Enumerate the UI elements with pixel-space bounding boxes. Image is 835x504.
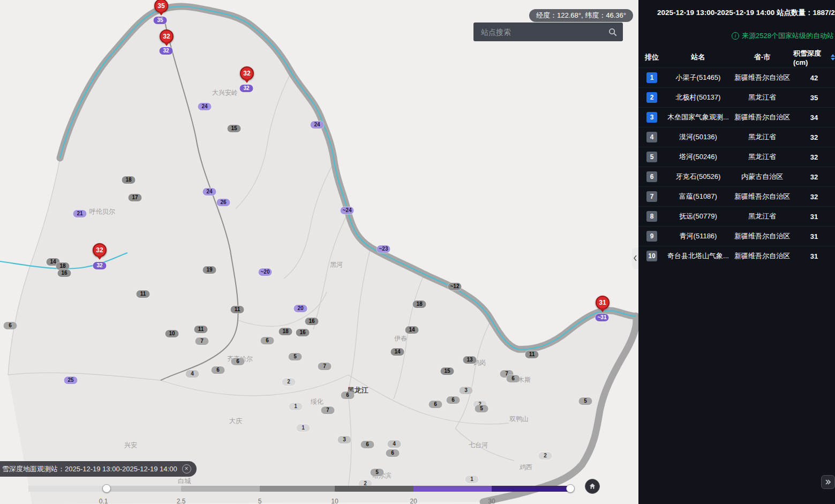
snow-depth-badge[interactable]: 6	[386, 449, 400, 457]
snow-depth-badge[interactable]: 18	[279, 328, 292, 335]
snow-depth-badge[interactable]: 20	[294, 305, 307, 312]
snow-depth-badge[interactable]: 11	[525, 351, 539, 358]
region-label: 鸡西	[520, 463, 532, 472]
column-depth[interactable]: 积雪深度(cm)	[793, 49, 835, 66]
station-search[interactable]	[473, 22, 623, 41]
legend-tick-label: 30	[488, 498, 495, 504]
snow-depth-badge[interactable]: 6	[212, 366, 225, 374]
table-row[interactable]: 5塔河(50246)黑龙江省32	[638, 147, 835, 167]
snow-depth-badge[interactable]: ~20	[259, 268, 272, 276]
province-cell: 黑龙江省	[731, 212, 793, 221]
snow-depth-badge[interactable]: 24	[311, 121, 324, 129]
table-row[interactable]: 2北极村(50137)黑龙江省35	[638, 87, 835, 107]
table-row[interactable]: 9青河(51186)新疆维吾尔自治区31	[638, 226, 835, 246]
station-pin[interactable]: 32	[160, 29, 174, 43]
snow-depth-badge[interactable]: 11	[194, 326, 208, 333]
snow-depth-badge[interactable]: 15	[228, 125, 241, 132]
snow-depth-badge[interactable]: 16	[58, 269, 71, 277]
snow-depth-badge[interactable]: 5	[371, 469, 384, 476]
snow-depth-badge[interactable]: 18	[122, 176, 136, 184]
table-row[interactable]: 10奇台县北塔山气象...新疆维吾尔自治区31	[638, 246, 835, 266]
snow-depth-badge[interactable]: ~12	[448, 283, 462, 290]
depth-cell: 32	[793, 193, 835, 201]
snow-depth-badge[interactable]: 7	[195, 337, 209, 345]
map-canvas[interactable]: 大兴安岭呼伦贝尔黑河黑龙江伊春齐齐哈尔鹤岗佳木斯绥化大庆双鸭山兴安七台河鸡西白城…	[0, 0, 638, 504]
snow-depth-badge[interactable]: 13	[463, 356, 477, 364]
search-input[interactable]	[473, 28, 608, 36]
rank-badge: 9	[646, 231, 657, 242]
snow-depth-badge[interactable]: 4	[388, 440, 401, 448]
snow-depth-badge[interactable]: 32	[93, 262, 107, 269]
snow-depth-badge[interactable]: 21	[73, 210, 87, 217]
station-pin[interactable]: 31	[596, 296, 610, 310]
snow-depth-badge[interactable]: 14	[391, 348, 404, 356]
snow-depth-badge[interactable]: 6	[429, 401, 442, 408]
station-name-cell: 牙克石(50526)	[665, 172, 731, 182]
snow-depth-badge[interactable]: 6	[447, 396, 460, 404]
snow-depth-badge[interactable]: 35	[154, 17, 167, 24]
legend-handle[interactable]	[102, 484, 111, 493]
snow-depth-badge[interactable]: 5	[475, 405, 488, 412]
snow-depth-badge[interactable]: 2	[539, 452, 552, 460]
snow-depth-badge[interactable]: 32	[240, 85, 253, 92]
table-row[interactable]: 3木垒国家气象观测...新疆维吾尔自治区34	[638, 107, 835, 127]
legend-handle[interactable]	[566, 484, 575, 493]
snow-depth-badge[interactable]: 16	[296, 329, 310, 336]
snow-depth-badge[interactable]: 6	[341, 392, 355, 399]
home-button[interactable]	[585, 479, 600, 494]
snow-depth-badge[interactable]: 1	[289, 403, 303, 410]
station-pin[interactable]: 32	[93, 243, 107, 257]
snow-depth-badge[interactable]: 14	[405, 326, 419, 334]
snow-depth-badge[interactable]: 3	[460, 387, 473, 394]
snow-depth-badge[interactable]: 11	[137, 290, 150, 298]
snow-depth-badge[interactable]: 2	[282, 378, 296, 386]
snow-depth-badge[interactable]: ~23	[377, 245, 390, 253]
panel-collapse-handle[interactable]	[632, 247, 638, 269]
snow-depth-badge[interactable]: 6	[261, 337, 274, 344]
snow-depth-badge[interactable]: 3	[338, 436, 351, 443]
rank-cell: 5	[638, 152, 665, 162]
station-pin[interactable]: 32	[240, 66, 254, 80]
close-icon[interactable]: ×	[182, 464, 191, 473]
snow-depth-badge[interactable]: 1	[465, 476, 479, 483]
snow-depth-badge[interactable]: 26	[217, 199, 230, 206]
snow-depth-badge[interactable]: 24	[198, 103, 212, 110]
region-label: 绥化	[311, 397, 324, 407]
snow-depth-badge[interactable]: 1	[297, 424, 310, 432]
snow-depth-badge[interactable]: 4	[186, 370, 199, 378]
snow-depth-badge[interactable]: 16	[305, 318, 319, 325]
rank-badge: 2	[646, 92, 657, 103]
snow-depth-badge[interactable]: 19	[203, 266, 216, 274]
rank-cell: 7	[638, 191, 665, 202]
table-row[interactable]: 7富蕴(51087)新疆维吾尔自治区32	[638, 186, 835, 206]
table-row[interactable]: 8抚远(50779)黑龙江省31	[638, 206, 835, 226]
snow-depth-badge[interactable]: 24	[203, 188, 216, 195]
snow-depth-badge[interactable]: 17	[129, 194, 142, 201]
snow-depth-badge[interactable]: 25	[64, 377, 78, 384]
table-row[interactable]: 4漠河(50136)黑龙江省32	[638, 127, 835, 147]
snow-depth-badge[interactable]: 6	[4, 322, 17, 329]
table-row[interactable]: 6牙克石(50526)内蒙古自治区32	[638, 167, 835, 186]
sort-icon[interactable]	[831, 54, 835, 61]
snow-depth-badge[interactable]: 18	[56, 262, 70, 270]
snow-depth-badge[interactable]: 6	[231, 358, 245, 365]
snow-depth-badge[interactable]: 15	[441, 367, 454, 375]
snow-depth-badge[interactable]: 10	[166, 330, 179, 337]
legend-segment	[260, 486, 335, 492]
snow-depth-badge[interactable]: 11	[231, 306, 244, 313]
snow-depth-badge[interactable]: 32	[160, 47, 173, 55]
snow-depth-badge[interactable]: 7	[321, 407, 335, 414]
snow-depth-badge[interactable]: 6	[507, 375, 520, 382]
snow-depth-badge[interactable]: 7	[318, 363, 332, 370]
snow-depth-badge[interactable]: 18	[413, 300, 426, 308]
station-name-cell: 富蕴(51087)	[665, 192, 731, 201]
expand-button[interactable]	[821, 475, 835, 489]
snow-depth-badge[interactable]: 5	[289, 353, 302, 360]
snow-depth-badge[interactable]: 5	[579, 397, 592, 405]
table-row[interactable]: 1小渠子(51465)新疆维吾尔自治区42	[638, 67, 835, 87]
column-depth-label: 积雪深度(cm)	[793, 49, 829, 66]
search-icon[interactable]	[608, 27, 618, 37]
snow-depth-badge[interactable]: ~31	[596, 314, 609, 321]
snow-depth-badge[interactable]: ~24	[341, 207, 354, 214]
snow-depth-badge[interactable]: 6	[361, 441, 374, 448]
